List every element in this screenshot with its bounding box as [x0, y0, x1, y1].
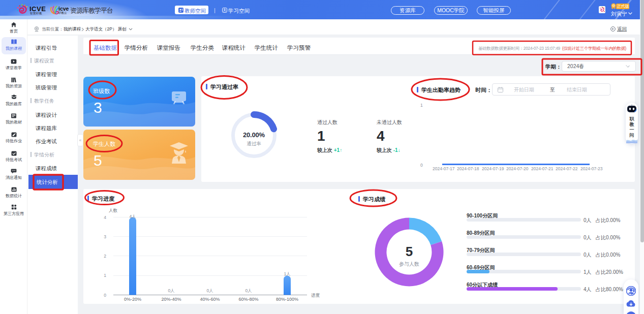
svg-text:1人: 1人 [284, 271, 291, 276]
svg-text:20%-40%: 20%-40% [161, 297, 181, 302]
svg-text:4人: 4人 [129, 214, 136, 219]
svg-text:进度: 进度 [311, 293, 320, 298]
svg-text:1: 1 [104, 273, 106, 278]
svg-text:4: 4 [104, 215, 106, 220]
svg-text:60%-80%: 60%-80% [238, 297, 258, 302]
svg-text:0: 0 [104, 293, 106, 298]
svg-text:0%-20%: 0%-20% [124, 297, 141, 302]
svg-text:0人: 0人 [168, 288, 175, 293]
svg-text:40%-60%: 40%-60% [200, 297, 220, 302]
svg-text:80%-100%: 80%-100% [276, 297, 298, 302]
svg-text:2: 2 [104, 254, 106, 259]
svg-text:0人: 0人 [206, 288, 213, 293]
svg-text:0人: 0人 [245, 288, 252, 293]
svg-text:3: 3 [104, 234, 106, 239]
